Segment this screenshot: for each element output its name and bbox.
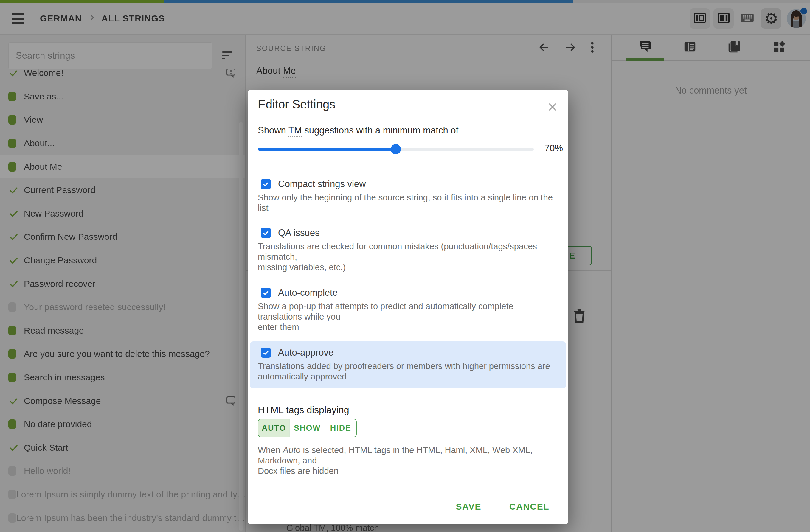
string-list-item[interactable]: New Password — [0, 202, 245, 226]
article-tab-icon — [683, 40, 697, 55]
untranslated-icon — [9, 490, 16, 499]
breadcrumb-file[interactable]: ALL STRINGS — [102, 13, 165, 23]
string-list-item[interactable]: Password recover — [0, 272, 245, 296]
side-tabs — [612, 35, 810, 61]
delete-suggestion-icon[interactable] — [571, 307, 588, 325]
string-label: Quick Start — [24, 443, 68, 453]
checkbox-auto-complete[interactable] — [261, 288, 271, 298]
setting-qa-issues: QA issues Translations are checked for c… — [258, 228, 558, 272]
qa-issues-row[interactable]: QA issues — [258, 228, 558, 238]
string-list-item[interactable]: No date provided — [0, 413, 245, 436]
check-icon — [262, 180, 270, 188]
string-list-item[interactable]: Compose Message — [0, 389, 245, 413]
keyboard-shortcuts-button[interactable] — [737, 9, 758, 29]
save-button[interactable]: SAVE — [449, 497, 488, 516]
string-list-item[interactable]: Read message — [0, 319, 245, 343]
string-list-item[interactable]: Are you sure you want to delete this mes… — [0, 342, 245, 366]
option-auto[interactable]: AUTO — [258, 419, 289, 437]
cancel-button[interactable]: CANCEL — [502, 497, 556, 516]
glossary-term[interactable]: Me — [283, 66, 296, 78]
translated-icon — [9, 162, 24, 171]
next-string-button[interactable] — [564, 41, 577, 54]
string-list-item[interactable]: Welcome! — [0, 61, 245, 85]
check-icon — [262, 349, 270, 356]
gear-icon: ⚙ — [764, 11, 778, 26]
string-label: Password recover — [24, 279, 95, 289]
option-show[interactable]: SHOW — [289, 419, 325, 437]
html-tags-description: When Auto is selected, HTML tags in the … — [258, 445, 568, 476]
previous-string-button[interactable] — [538, 41, 550, 54]
tab-context[interactable] — [667, 35, 712, 60]
string-list-item[interactable]: Your password reseted successully! — [0, 296, 245, 319]
editor-screen: GERMAN ALL STRINGS — [0, 0, 810, 532]
string-label: Hello world! — [24, 466, 71, 476]
approved-check-icon — [9, 68, 24, 78]
string-list-item[interactable]: Change Password — [0, 249, 245, 272]
approved-check-icon — [9, 255, 24, 266]
slider-thumb[interactable] — [391, 144, 401, 154]
string-label: Your password reseted successully! — [24, 302, 166, 312]
string-list-item[interactable]: Lorem Ipsum has been the industry's stan… — [0, 506, 245, 530]
chevron-right-icon — [87, 13, 96, 24]
close-icon[interactable] — [547, 101, 558, 114]
string-list-item[interactable]: View — [0, 108, 245, 132]
checkbox-qa-issues[interactable] — [261, 228, 271, 238]
comment-icon[interactable] — [225, 395, 237, 406]
tab-apps[interactable] — [757, 35, 801, 60]
tm-abbr: TM — [289, 125, 302, 137]
checkbox-compact-strings[interactable] — [261, 179, 271, 189]
setting-label: Auto-approve — [278, 347, 334, 358]
string-list-item[interactable]: About Me — [0, 155, 245, 179]
string-list: Welcome!Save as...ViewAbout...About MeCu… — [0, 61, 245, 532]
string-list-item[interactable]: Confirm New Password — [0, 225, 245, 249]
layout-right-icon — [716, 11, 731, 26]
tab-translation-memory[interactable] — [712, 35, 757, 60]
layout-left-panel-button[interactable] — [690, 9, 710, 29]
string-label: Read message — [24, 326, 84, 336]
list-scrollbar[interactable] — [239, 122, 243, 531]
user-avatar[interactable] — [787, 9, 806, 28]
layout-right-panel-button[interactable] — [713, 9, 734, 29]
comment-issue-icon[interactable] — [225, 67, 237, 79]
tab-comments[interactable] — [623, 35, 667, 60]
keyboard-icon — [740, 11, 755, 27]
string-list-item[interactable]: Lorem Ipsum is simply dummy text of the … — [0, 483, 245, 506]
menu-icon[interactable] — [12, 11, 25, 26]
setting-description: Show a pop-up that attempts to predict a… — [258, 301, 558, 332]
translated-icon — [9, 138, 24, 148]
shapes-grid-icon — [773, 40, 786, 55]
auto-complete-row[interactable]: Auto-complete — [258, 287, 558, 298]
setting-compact-strings: Compact strings view Show only the begin… — [258, 179, 558, 213]
approved-check-icon — [9, 396, 24, 406]
comment-tab-icon — [638, 40, 652, 55]
settings-button[interactable]: ⚙ — [761, 9, 781, 29]
checkbox-auto-approve[interactable] — [261, 348, 271, 358]
string-list-item[interactable]: Current Password — [0, 179, 245, 202]
string-label: No date provided — [24, 419, 92, 429]
option-hide[interactable]: HIDE — [325, 419, 356, 437]
setting-description: Show only the beginning of the source st… — [258, 193, 558, 213]
tm-threshold-slider[interactable] — [258, 144, 534, 154]
filter-icon[interactable] — [222, 51, 232, 61]
string-list-item[interactable]: Search in messages — [0, 366, 245, 389]
string-label: Search in messages — [24, 372, 105, 382]
breadcrumb-language[interactable]: GERMAN — [40, 13, 82, 23]
more-options-icon[interactable] — [590, 41, 594, 53]
approved-check-icon — [9, 208, 24, 219]
breadcrumb: GERMAN ALL STRINGS — [40, 13, 165, 24]
online-status-badge — [800, 8, 807, 14]
string-list-item[interactable]: About... — [0, 132, 245, 155]
string-list-item[interactable]: Save as... — [0, 85, 245, 109]
translated-icon — [9, 115, 24, 124]
string-list-item[interactable]: Quick Start — [0, 436, 245, 460]
check-icon — [262, 229, 270, 237]
string-label: New Password — [24, 209, 83, 219]
compact-strings-row[interactable]: Compact strings view — [258, 179, 558, 189]
auto-approve-row[interactable]: Auto-approve — [258, 347, 558, 358]
string-list-item[interactable]: Hello world! — [0, 459, 245, 483]
tm-threshold-label: Shown TM suggestions with a minimum matc… — [258, 125, 458, 136]
approved-check-icon — [9, 279, 24, 289]
editor-actions — [538, 41, 594, 54]
string-label: About... — [24, 138, 54, 148]
string-label: View — [24, 115, 43, 125]
